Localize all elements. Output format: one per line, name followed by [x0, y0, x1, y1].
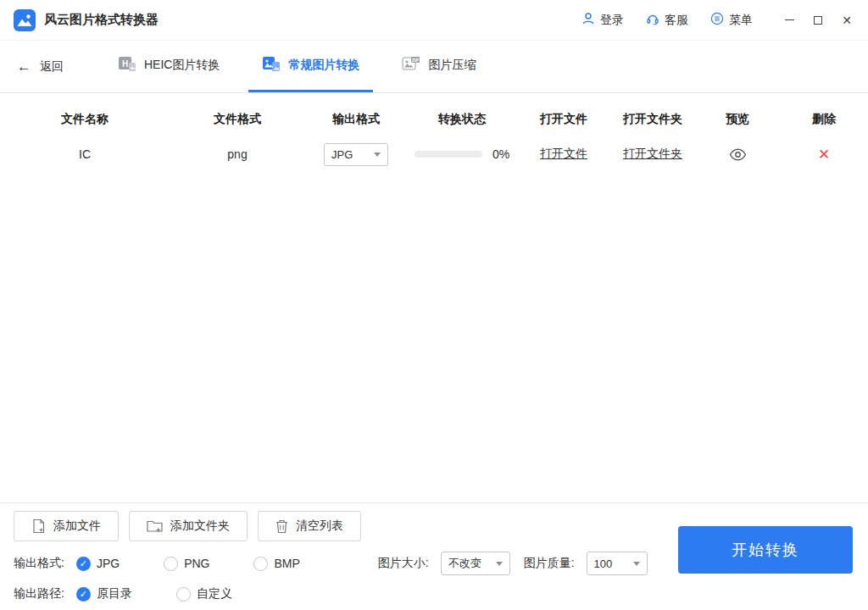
table-header-row: 文件名称 文件格式 输出格式 转换状态 打开文件 打开文件夹 预览 删除: [0, 102, 868, 137]
maximize-button[interactable]: [804, 0, 832, 40]
cell-file-name: IC: [0, 147, 170, 161]
chevron-down-icon: [633, 562, 640, 566]
trash-icon: [275, 519, 288, 534]
tab-heic-convert[interactable]: H HEIC图片转换: [104, 41, 233, 92]
app-logo-icon: [14, 9, 36, 31]
tab-regular-convert[interactable]: 常规图片转换: [248, 41, 373, 92]
radio-unchecked-icon: [253, 557, 268, 571]
column-header-open-folder: 打开文件夹: [610, 112, 695, 127]
titlebar-actions: 登录 客服 菜单 ✕: [581, 0, 868, 40]
login-button[interactable]: 登录: [581, 12, 624, 28]
delete-button[interactable]: ✕: [818, 146, 830, 164]
close-button[interactable]: ✕: [832, 0, 861, 40]
path-option-original[interactable]: ✓ 原目录: [76, 586, 132, 602]
cell-file-format: png: [170, 147, 305, 161]
clear-list-label: 清空列表: [296, 518, 343, 534]
open-folder-link[interactable]: 打开文件夹: [623, 147, 682, 162]
radio-checked-icon: ✓: [76, 557, 91, 571]
image-convert-icon: [262, 56, 281, 75]
customer-service-button[interactable]: 客服: [646, 12, 688, 28]
format-option-png-label: PNG: [184, 557, 209, 570]
add-folder-icon: [147, 519, 163, 533]
tab-heic-label: HEIC图片转换: [144, 58, 220, 73]
progress-percent: 0%: [492, 147, 509, 161]
close-icon: ✕: [842, 14, 852, 26]
image-quality-value: 100: [594, 557, 613, 570]
format-option-jpg[interactable]: ✓ JPG: [76, 557, 120, 571]
svg-text:ZIP: ZIP: [412, 58, 420, 63]
output-path-label: 输出路径:: [14, 586, 64, 602]
column-header-file-name: 文件名称: [0, 112, 170, 127]
tabbar: ← 返回 H HEIC图片转换 常规图片转换 ZIP 图片压缩: [0, 41, 868, 93]
image-size-label: 图片大小:: [378, 556, 429, 571]
column-header-open-file: 打开文件: [517, 112, 610, 127]
row-output-format-select[interactable]: JPG: [324, 143, 388, 166]
image-size-select[interactable]: 不改变: [441, 552, 510, 575]
progress-bar: [415, 151, 482, 158]
column-header-delete: 删除: [780, 112, 868, 127]
maximize-icon: [814, 16, 822, 25]
format-option-png[interactable]: PNG: [164, 557, 209, 571]
footer-panel: 添加文件 添加文件夹 清空列表 输出格式: ✓ JPG PNG: [0, 502, 868, 610]
service-label: 客服: [665, 13, 688, 28]
path-option-custom-label: 自定义: [197, 586, 232, 602]
tab-image-compress[interactable]: ZIP 图片压缩: [388, 41, 489, 92]
back-arrow-icon: ←: [17, 58, 31, 75]
column-header-file-format: 文件格式: [170, 112, 305, 127]
add-file-label: 添加文件: [53, 518, 101, 534]
titlebar: 风云图片格式转换器 登录 客服 菜单: [0, 0, 868, 41]
eye-icon: [729, 148, 747, 161]
path-option-original-label: 原目录: [97, 586, 132, 602]
app-title: 风云图片格式转换器: [44, 12, 159, 28]
add-file-icon: [31, 518, 46, 534]
radio-checked-icon: ✓: [76, 587, 91, 602]
radio-unchecked-icon: [176, 587, 191, 602]
add-folder-button[interactable]: 添加文件夹: [129, 511, 248, 541]
image-size-value: 不改变: [448, 556, 481, 571]
menu-button[interactable]: 菜单: [710, 12, 753, 28]
heic-file-icon: H: [118, 56, 136, 75]
back-label: 返回: [40, 59, 64, 75]
image-quality-label: 图片质量:: [524, 556, 575, 571]
window-controls: ✕: [775, 0, 868, 40]
minimize-button[interactable]: [775, 0, 804, 40]
conversion-progress: 0%: [407, 147, 517, 161]
zip-image-icon: ZIP: [402, 56, 420, 75]
start-convert-button[interactable]: 开始转换: [678, 526, 853, 574]
column-header-output-format: 输出格式: [305, 112, 407, 127]
format-option-bmp-label: BMP: [274, 557, 299, 570]
output-path-row: 输出路径: ✓ 原目录 自定义: [14, 583, 854, 605]
minimize-icon: [785, 19, 794, 20]
add-folder-label: 添加文件夹: [170, 518, 230, 534]
table-row: IC png JPG 0% 打开文件 打开文件夹 ✕: [0, 137, 868, 171]
format-option-bmp[interactable]: BMP: [253, 557, 299, 571]
column-header-convert-status: 转换状态: [407, 112, 517, 127]
chevron-down-icon: [374, 152, 381, 157]
file-list-panel: 文件名称 文件格式 输出格式 转换状态 打开文件 打开文件夹 预览 删除 IC …: [0, 93, 868, 502]
image-quality-select[interactable]: 100: [587, 552, 648, 575]
login-label: 登录: [600, 13, 624, 28]
path-option-custom[interactable]: 自定义: [176, 586, 232, 602]
preview-button[interactable]: [729, 148, 747, 161]
output-format-label: 输出格式:: [14, 556, 64, 571]
format-option-jpg-label: JPG: [97, 557, 120, 570]
open-file-link[interactable]: 打开文件: [540, 147, 587, 162]
row-output-format-value: JPG: [331, 148, 353, 161]
back-button[interactable]: ← 返回: [17, 41, 64, 92]
column-header-preview: 预览: [695, 112, 780, 127]
clear-list-button[interactable]: 清空列表: [258, 511, 361, 541]
menu-label: 菜单: [729, 13, 753, 28]
headset-icon: [646, 12, 659, 28]
radio-unchecked-icon: [164, 557, 178, 571]
svg-text:H: H: [122, 59, 128, 69]
menu-icon: [710, 12, 724, 28]
add-file-button[interactable]: 添加文件: [14, 511, 119, 541]
user-icon: [581, 12, 595, 28]
tab-compress-label: 图片压缩: [428, 58, 476, 73]
tab-regular-label: 常规图片转换: [288, 58, 359, 73]
chevron-down-icon: [496, 562, 503, 566]
app-window: 风云图片格式转换器 登录 客服 菜单: [0, 0, 868, 610]
